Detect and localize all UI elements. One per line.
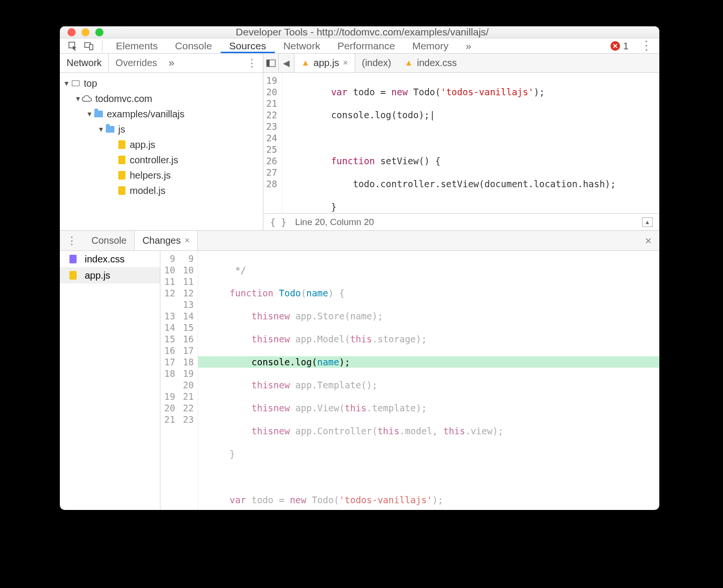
diff-view[interactable]: 9101112131415161718192021 91011121314151… [160,251,659,510]
diff-gutter: 9101112131415161718192021 91011121314151… [160,251,198,510]
maximize-button[interactable] [95,28,103,36]
code-editor: ◀ ▲ app.js × (index) ▲ index.css 1920212… [263,54,659,230]
changes-file[interactable]: app.js [60,267,160,283]
panel-tabs: Elements Console Sources Network Perform… [107,38,480,53]
css-file-icon [68,255,78,263]
tab-console[interactable]: Console [167,38,221,53]
tree-folder[interactable]: ▼examples/vanillajs [60,106,263,122]
editor-tab-label: index.css [417,57,457,68]
nav-back-icon[interactable]: ◀ [279,54,294,72]
drawer: ⋮ Console Changes × × index.css app.js 9… [60,231,659,510]
error-icon: ✕ [610,41,620,51]
warning-icon: ▲ [301,58,310,68]
main-toolbar: Elements Console Sources Network Perform… [60,38,659,54]
tree-file-label: controller.js [130,155,178,166]
js-file-icon [116,156,127,164]
tree-file[interactable]: model.js [60,183,263,198]
diff-gutter-new: 91011121314151617181920212223 [179,251,198,510]
tree-top-label: top [84,78,97,89]
tab-elements[interactable]: Elements [107,38,167,53]
settings-menu-icon[interactable]: ⋮ [633,38,659,53]
editor-tab-index[interactable]: (index) [355,54,398,72]
navigator-menu-icon[interactable]: ⋮ [241,57,263,69]
svg-rect-4 [267,60,270,67]
folder-icon [93,110,104,118]
cursor-position: Line 20, Column 20 [295,217,374,227]
drawer-tab-changes[interactable]: Changes × [134,231,198,250]
close-button[interactable] [68,28,76,36]
tree-file[interactable]: app.js [60,137,263,152]
tree-subfolder-label: js [118,124,125,135]
changes-file[interactable]: index.css [60,251,160,267]
js-file-icon [116,140,127,149]
separator [102,40,102,52]
tree-file-label: helpers.js [130,170,171,181]
tree-subfolder[interactable]: ▼js [60,122,263,137]
minimize-button[interactable] [81,28,90,36]
tree-domain[interactable]: ▼todomvc.com [60,91,263,106]
code-area[interactable]: 19202122232425262728 var todo = new Todo… [263,73,659,213]
code-body[interactable]: var todo = new Todo('todos-vanillajs'); … [282,73,616,213]
js-file-icon [116,186,127,195]
changes-file-label: app.js [85,270,110,281]
editor-tab-label: app.js [314,57,339,68]
tree-file-label: app.js [130,139,155,150]
tree-top[interactable]: ▼top [60,76,263,91]
drawer-menu-icon[interactable]: ⋮ [60,235,84,247]
tab-sources[interactable]: Sources [221,38,275,53]
tree-file[interactable]: helpers.js [60,168,263,183]
changes-panel: index.css app.js 91011121314151617181920… [60,251,659,510]
tree-file-label: model.js [130,185,165,196]
tab-performance[interactable]: Performance [329,38,404,53]
navigator-tabs-overflow-icon[interactable]: » [164,57,179,69]
tree-folder-label: examples/vanillajs [107,109,184,120]
editor-tabs: ◀ ▲ app.js × (index) ▲ index.css [263,54,659,73]
inspect-icon[interactable] [65,38,81,53]
navigator-tab-overrides[interactable]: Overrides [109,54,164,72]
error-indicator[interactable]: ✕ 1 [610,40,629,52]
drawer-tab-label: Changes [142,235,181,246]
pretty-print-icon[interactable]: { } [270,217,286,227]
close-tab-icon[interactable]: × [343,58,348,68]
tree-file[interactable]: controller.js [60,152,263,168]
tree-domain-label: todomvc.com [95,93,152,104]
sources-panel: Network Overrides » ⋮ ▼top ▼todomvc.com … [60,54,659,231]
cloud-icon [82,94,92,103]
navigator-tab-network[interactable]: Network [60,54,109,72]
file-tree: ▼top ▼todomvc.com ▼examples/vanillajs ▼j… [60,73,263,230]
titlebar: Developer Tools - http://todomvc.com/exa… [60,26,659,38]
svg-rect-2 [90,45,93,50]
window-title: Developer Tools - http://todomvc.com/exa… [103,26,659,38]
drawer-tab-console[interactable]: Console [84,231,134,250]
editor-tab-appjs[interactable]: ▲ app.js × [294,54,355,72]
editor-tab-indexcss[interactable]: ▲ index.css [398,54,463,72]
navigator-tabs: Network Overrides » ⋮ [60,54,263,73]
js-file-icon [116,171,127,180]
line-gutter: 19202122232425262728 [263,73,282,213]
warning-icon: ▲ [405,58,413,68]
toggle-drawer-icon[interactable]: ▲ [642,217,653,227]
tab-network[interactable]: Network [275,38,329,53]
editor-statusbar: { } Line 20, Column 20 ▲ [263,213,659,230]
traffic-lights [60,28,103,36]
devtools-window: Developer Tools - http://todomvc.com/exa… [60,26,659,510]
navigator-sidebar: Network Overrides » ⋮ ▼top ▼todomvc.com … [60,54,263,230]
drawer-tabs: ⋮ Console Changes × × [60,231,659,251]
toggle-navigator-icon[interactable] [263,54,279,72]
tab-memory[interactable]: Memory [404,38,457,53]
diff-body[interactable]: */ function Todo(name) { thisnew app.Sto… [198,251,659,510]
tabs-overflow-icon[interactable]: » [457,38,480,53]
close-tab-icon[interactable]: × [184,236,190,246]
editor-tab-label: (index) [362,57,391,68]
diff-gutter-old: 9101112131415161718192021 [160,251,179,510]
drawer-close-icon[interactable]: × [637,234,659,248]
js-file-icon [68,271,78,280]
changes-file-label: index.css [85,254,124,265]
device-toggle-icon[interactable] [81,38,97,53]
error-count: 1 [623,40,629,52]
changes-file-list: index.css app.js [60,251,160,510]
folder-icon [105,125,115,134]
